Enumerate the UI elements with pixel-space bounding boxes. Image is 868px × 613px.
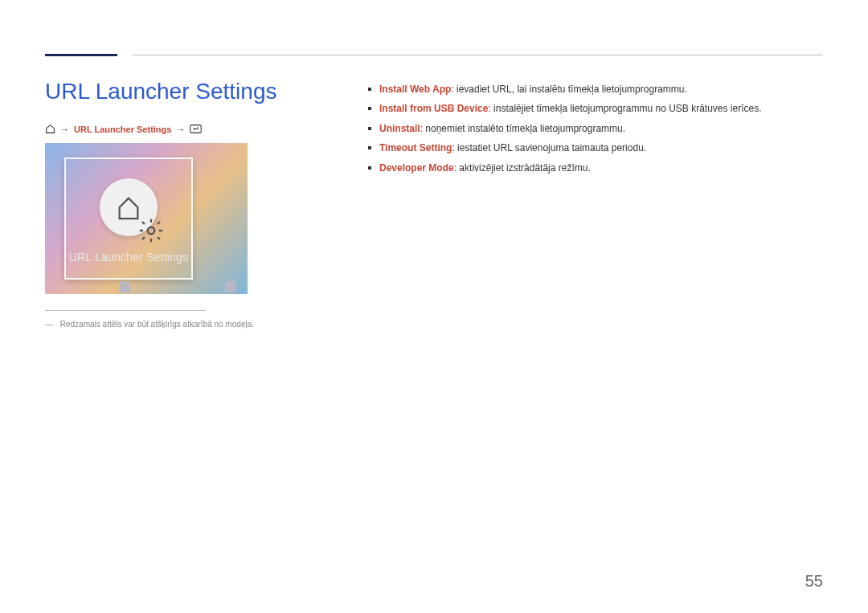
bullet-icon <box>368 166 371 170</box>
bullet-icon <box>368 88 371 91</box>
list-item-text: Developer Mode: aktivizējiet izstrādātāj… <box>379 161 591 175</box>
list-item-text: Install Web App: ievadiet URL, lai insta… <box>379 83 687 96</box>
tv-leg <box>225 281 236 292</box>
list-item: Install from USB Device: instalējiet tīm… <box>368 102 823 116</box>
list-item-text: Install from USB Device: instalējiet tīm… <box>379 102 762 116</box>
tv-tile: URL Launcher Settings <box>64 157 193 280</box>
bullet-list: Install Web App: ievadiet URL, lai insta… <box>368 83 823 181</box>
footnote-rule <box>45 310 206 311</box>
list-item: Timeout Setting: iestatiet URL savienoju… <box>368 141 823 155</box>
gear-icon <box>137 217 152 231</box>
tile-circle <box>100 178 158 236</box>
list-item: Developer Mode: aktivizējiet izstrādātāj… <box>368 161 823 175</box>
tile-label: URL Launcher Settings <box>69 251 188 264</box>
list-item: Uninstall: noņemiet instalēto tīmekļa li… <box>368 122 823 136</box>
breadcrumb: → URL Launcher Settings → <box>45 124 202 134</box>
page-title: URL Launcher Settings <box>45 79 276 104</box>
bullet-icon <box>368 146 371 149</box>
arrow-icon: → <box>60 125 69 134</box>
list-item-text: Timeout Setting: iestatiet URL savienoju… <box>379 141 646 155</box>
svg-point-1 <box>148 227 155 235</box>
top-rule <box>132 55 823 55</box>
bullet-icon <box>368 127 371 130</box>
bullet-icon <box>368 107 371 110</box>
page-number: 55 <box>805 572 823 591</box>
accent-bar <box>45 54 117 56</box>
breadcrumb-link: URL Launcher Settings <box>74 125 171 134</box>
arrow-icon: → <box>176 125 185 134</box>
tv-leg <box>119 281 130 292</box>
enter-icon <box>190 125 202 133</box>
preview-screenshot: URL Launcher Settings <box>45 143 248 294</box>
list-item-text: Uninstall: noņemiet instalēto tīmekļa li… <box>379 122 625 136</box>
footnote: ― Redzamais attēls var būt atšķirīgs atk… <box>45 320 254 329</box>
list-item: Install Web App: ievadiet URL, lai insta… <box>368 83 823 96</box>
dash-icon: ― <box>45 320 53 329</box>
home-icon <box>45 124 55 134</box>
footnote-text: Redzamais attēls var būt atšķirīgs atkar… <box>60 320 254 329</box>
